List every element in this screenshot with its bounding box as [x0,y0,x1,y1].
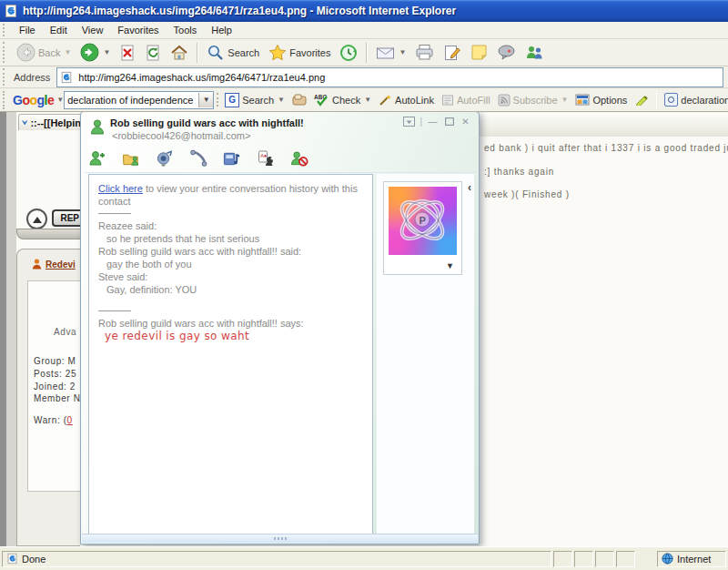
games-button[interactable]: A♦ [257,148,275,168]
phone-icon [189,149,207,168]
display-picture-panel: P ▼ [377,174,474,536]
block-contact-button[interactable] [290,148,308,168]
google-bookmark-button[interactable] [289,92,309,108]
avatar-options-dropdown[interactable]: ▼ [446,261,454,270]
googlebar-separator [656,90,657,110]
rss-icon [498,94,511,107]
contact-avatar: P [389,187,457,255]
autolink-button[interactable]: AutoLink [376,92,437,108]
history-notice: Click here to view your entire conversat… [98,182,363,208]
collapse-sidebar-button[interactable]: ‹ [468,181,471,194]
forum-left-strip [0,112,6,546]
forum-tab[interactable]: ::--[[Helpin [18,114,82,130]
search-button[interactable]: Search [204,42,262,64]
forward-dropdown[interactable]: ▼ [103,48,110,56]
discuss-button[interactable] [494,42,519,63]
voice-call-button[interactable] [189,148,207,168]
history-button[interactable] [337,42,360,64]
check-dropdown[interactable]: ▼ [364,96,371,104]
refresh-button[interactable] [142,42,164,64]
forum-username-link[interactable]: Redevi [46,260,76,270]
tab-arrow-icon [22,117,27,128]
menu-grip[interactable] [3,24,9,36]
address-page-icon [60,71,73,84]
toolbar-grip[interactable] [3,42,9,63]
message-author: Rob selling guild wars acc with nightfal… [98,245,363,258]
options-button[interactable]: Options [572,92,630,107]
member-title: Adva [54,327,76,337]
stop-button[interactable] [116,42,138,64]
message-author: Reazee said: [98,219,363,232]
autofill-button[interactable]: AutoFill [439,92,493,108]
conversation-area[interactable]: Click here to view your entire conversat… [88,174,373,536]
subscribe-button[interactable]: Subscribe ▼ [495,92,571,108]
favorites-button[interactable]: Favorites [266,42,333,64]
forward-button[interactable]: ▼ [77,41,113,64]
scroll-top-button[interactable] [26,209,47,229]
send-file-icon [122,150,140,168]
toolbar-separator [366,43,368,63]
google-search-button[interactable]: G Search ▼ [222,91,288,109]
google-logo-dropdown[interactable]: ▼ [56,96,64,104]
message-text: Gay, definition: YOU [98,283,363,296]
menu-view[interactable]: View [75,23,111,37]
google-search-combo[interactable]: ▼ [64,91,214,109]
google-search-dropdown[interactable]: ▼ [278,96,285,104]
mail-button[interactable]: ▼ [373,43,409,63]
messenger-titlebar: Rob selling guild wars acc with nightfal… [81,112,479,147]
address-bar: Address [0,66,728,88]
toolbar-separator [197,43,198,63]
address-field[interactable] [56,67,723,87]
address-grip[interactable] [3,68,9,85]
home-button[interactable] [167,42,191,64]
user-stat-posts: Posts: 25 [34,369,76,379]
message-block: Steve said: Gay, definition: YOU [98,270,363,296]
activities-button[interactable] [223,148,241,168]
menu-help[interactable]: Help [204,23,239,37]
google-combo-dropdown[interactable]: ▼ [198,93,213,107]
forum-user-panel: Redevi Adva Group: M Posts: 25 Joined: 2… [16,249,80,546]
window-title: http://img264.imageshack.us/img264/6471/… [23,5,456,17]
menu-edit[interactable]: Edit [43,23,75,37]
splitter-grip-icon [274,537,287,540]
googlebar-grip[interactable] [3,91,5,109]
edit-button[interactable] [440,42,464,64]
mail-dropdown[interactable]: ▼ [399,48,406,56]
edit-icon [443,44,461,62]
subscribe-dropdown[interactable]: ▼ [561,96,569,104]
refresh-icon [145,44,161,62]
messenger-maximize-button[interactable] [443,116,455,127]
highlight-button[interactable] [632,92,652,107]
window-splitter[interactable] [82,534,478,543]
menu-favorites[interactable]: Favorites [110,23,166,37]
address-input[interactable] [76,71,723,84]
menu-tools[interactable]: Tools [167,23,205,37]
menu-file[interactable]: File [12,23,43,37]
google-search-input[interactable] [65,94,198,107]
history-link[interactable]: Click here [98,183,143,194]
messenger-button[interactable] [522,42,547,64]
warn-level-link[interactable]: 0 [67,415,73,425]
spellcheck-button[interactable]: ABC Check ▼ [311,91,374,108]
google-logo[interactable]: Google [13,93,54,107]
google-toolbar: Google ▼ ▼ G Search ▼ ABC Check ▼ AutoLi… [0,88,728,112]
messenger-toolbar-divider [85,172,476,173]
print-button[interactable] [412,42,437,63]
messenger-contact-title: Rob selling guild wars acc with nightfal… [110,117,304,128]
svg-text:P: P [420,215,426,226]
video-call-button[interactable] [156,148,174,168]
invite-contact-button[interactable] [88,148,106,168]
find-term-declaration[interactable]: declaration [662,91,728,108]
notes-button[interactable] [468,42,490,63]
reply-button[interactable]: REP [52,209,80,227]
messenger-close-button[interactable]: ✕ [460,116,471,127]
send-file-button[interactable] [122,148,140,168]
messenger-menu-button[interactable] [403,116,415,127]
back-dropdown[interactable]: ▼ [64,48,71,56]
status-main-pane: Done [2,551,551,567]
forum-post-line: :] thanks again [484,167,554,177]
googlebar-grip2[interactable] [217,93,218,107]
member-icon [32,259,42,270]
messenger-minimize-button[interactable]: — [427,116,439,127]
back-button[interactable]: Back ▼ [14,41,74,64]
